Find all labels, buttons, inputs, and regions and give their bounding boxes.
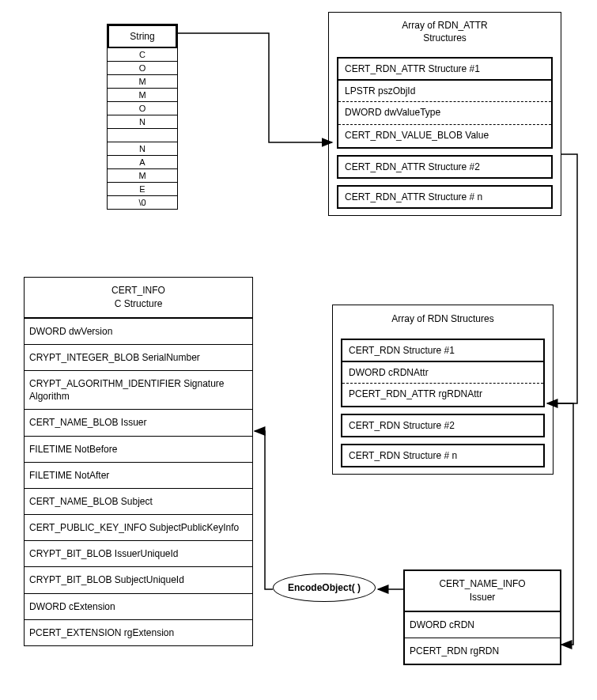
rdn-struct-1: CERT_RDN Structure #1 DWORD cRDNAttr PCE… (341, 339, 545, 407)
rdn-struct-2: CERT_RDN Structure #2 (341, 414, 545, 437)
rdn-attr-struct-1-header: CERT_RDN_ATTR Structure #1 (338, 59, 551, 81)
rdn-array: Array of RDN Structures CERT_RDN Structu… (332, 305, 554, 475)
cert-info-row: DWORD dwVersion (25, 319, 252, 344)
cert-info-header: CERT_INFO C Structure (25, 278, 252, 319)
cert-info-row: CRYPT_BIT_BLOB IssuerUniqueId (25, 540, 252, 566)
cert-info-row: CRYPT_INTEGER_BLOB SerialNumber (25, 344, 252, 370)
cert-info-row: CERT_NAME_BLOB Subject (25, 488, 252, 514)
cert-info-struct: CERT_INFO C Structure DWORD dwVersion CR… (24, 277, 253, 646)
string-char: N (108, 115, 177, 129)
rdn-struct-field: PCERT_RDN_ATTR rgRDNAttr (342, 383, 543, 406)
rdn-attr-field: DWORD dwValueType (338, 101, 551, 124)
rdn-struct-n: CERT_RDN Structure # n (341, 444, 545, 467)
cert-info-row: CRYPT_BIT_BLOB SubjectUniqueId (25, 566, 252, 592)
cert-name-info-field: PCERT_RDN rgRDN (405, 638, 560, 664)
rdn-attr-struct-n: CERT_RDN_ATTR Structure # n (337, 185, 553, 209)
encode-object-oval: EncodeObject( ) (273, 573, 376, 602)
rdn-attr-array-title: Array of RDN_ATTR Structures (329, 13, 561, 51)
cert-info-row: FILETIME NotAfter (25, 462, 252, 488)
string-char: O (108, 62, 177, 75)
cert-name-info-header: CERT_NAME_INFO Issuer (405, 571, 560, 612)
rdn-attr-field: CERT_RDN_VALUE_BLOB Value (338, 124, 551, 147)
rdn-attr-field: LPSTR pszObjId (338, 81, 551, 101)
rdn-attr-struct-1: CERT_RDN_ATTR Structure #1 LPSTR pszObjI… (337, 57, 553, 148)
rdn-struct-field: DWORD cRDNAttr (342, 362, 543, 383)
rdn-attr-array: Array of RDN_ATTR Structures CERT_RDN_AT… (328, 12, 561, 216)
string-char: M (108, 169, 177, 183)
string-char: E (108, 183, 177, 196)
cert-info-row: PCERT_EXTENSION rgExtension (25, 619, 252, 645)
string-table-header: String (108, 25, 177, 48)
rdn-struct-1-header: CERT_RDN Structure #1 (342, 340, 543, 362)
rdn-array-title: Array of RDN Structures (333, 305, 553, 332)
string-table: String C O M M O N N A M E \0 (107, 24, 178, 210)
string-char: C (108, 48, 177, 62)
cert-name-info: CERT_NAME_INFO Issuer DWORD cRDN PCERT_R… (403, 569, 561, 665)
cert-info-row: CERT_PUBLIC_KEY_INFO SubjectPublicKeyInf… (25, 514, 252, 540)
string-char: O (108, 102, 177, 115)
cert-name-info-field: DWORD cRDN (405, 612, 560, 638)
cert-info-row: CRYPT_ALGORITHM_IDENTIFIER Signature Alg… (25, 370, 252, 409)
string-char: M (108, 75, 177, 89)
string-char: \0 (108, 196, 177, 209)
rdn-attr-struct-2: CERT_RDN_ATTR Structure #2 (337, 155, 553, 179)
cert-info-row: FILETIME NotBefore (25, 436, 252, 462)
string-char: N (108, 142, 177, 156)
cert-info-row: DWORD cExtension (25, 593, 252, 619)
string-char: A (108, 156, 177, 169)
string-char (108, 129, 177, 142)
string-char: M (108, 89, 177, 102)
cert-info-row-issuer: CERT_NAME_BLOB Issuer (25, 409, 252, 435)
